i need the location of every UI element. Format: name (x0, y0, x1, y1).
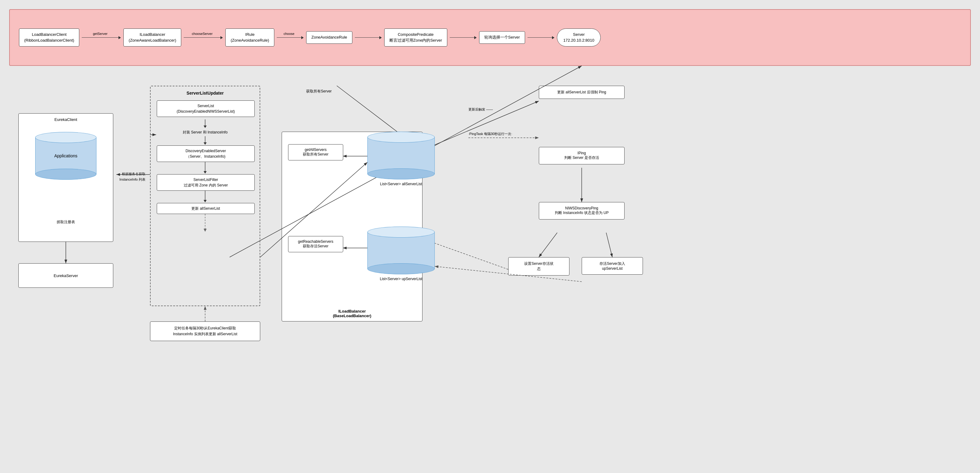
niws-ping-box: NIWSDiscoveryPing判断 InstanceInfo 状态是否为 U… (539, 202, 625, 220)
get-all-servers-label: 获取所有Server (306, 89, 332, 94)
applications-label: Applications (54, 153, 78, 158)
slu-arrow2 (151, 136, 259, 145)
slu-arrow1 (151, 119, 259, 129)
svg-line-22 (539, 233, 557, 257)
fetch-label: 抓取注册表 (57, 220, 75, 225)
up-server-list-label: List<Server> upServerList (368, 277, 435, 281)
all-server-list-cylinder: List<Server> allServerList (368, 132, 435, 186)
connections-svg (0, 0, 980, 473)
server-list-updater-container: ServerListUpdater ServerList(DiscoveryEn… (150, 86, 260, 306)
server-list-box: ServerList(DiscoveryEnabledNIWSServerLis… (157, 100, 255, 117)
update-all-server-list-box: 更新 allServerList (157, 203, 255, 214)
arrow1-label: getServer (93, 32, 107, 35)
server-ellipse: Server172.20.10.2:8010 (557, 29, 601, 46)
irule-box: IRule(ZoneAvoidanceRule) (225, 29, 274, 46)
svg-line-23 (606, 233, 612, 257)
svg-marker-9 (204, 229, 207, 232)
applications-cylinder-group: Applications (35, 132, 96, 180)
force-ping-box: 更新 allServerList 后强制 Ping (539, 86, 625, 99)
slu-arrow5-dashed (151, 214, 259, 233)
iload-balancer-box: ILoadBalancer(ZoneAwareLoadBalancer) (123, 29, 181, 46)
eureka-server-box: EurekaServer (18, 263, 113, 288)
slu-arrow4 (151, 191, 259, 203)
add-up-server-box: 存活Server加入upServerList (582, 257, 643, 275)
top-flow-section: LoadBalancerClient(RibbonLoadBalancerCli… (9, 9, 971, 66)
arrow3-label: choose (283, 32, 294, 35)
load-balancer-client-box: LoadBalancerClient(RibbonLoadBalancerCli… (19, 29, 79, 46)
svg-marker-3 (204, 142, 207, 145)
iping-box: IPing判断 Server 是否存活 (539, 147, 625, 164)
pingtask-label: ·PingTask 每隔30秒运行一次· (468, 132, 512, 136)
svg-line-18 (337, 86, 401, 135)
diagram-container: LoadBalancerClient(RibbonLoadBalancerCli… (0, 0, 980, 473)
discovery-enabled-server-box: DiscoveryEnabledServer（Server、InstanceIn… (157, 145, 255, 162)
get-reachable-servers-box: getReachableServers获取存活Server (288, 236, 343, 252)
svg-marker-7 (204, 200, 207, 202)
eureka-client-box: EurekaClient Applications 抓取注册表 (18, 113, 113, 242)
svg-marker-5 (204, 171, 207, 174)
set-alive-box: 设置Server存活状态 (508, 257, 570, 276)
zone-avoidance-rule-box: ZoneAvoidanceRule (306, 31, 352, 43)
arrow2-label: chooseServer (192, 32, 213, 35)
eureka-client-title: EurekaClient (19, 113, 113, 126)
get-all-servers-box: getAllServers获取所有Server (288, 144, 343, 161)
eureka-server-label: EurekaServer (54, 273, 78, 278)
wrap-note: 封装 Server 和 InstanceInfo (151, 129, 259, 136)
slu-arrow3 (151, 162, 259, 174)
trigger-label: 更新后触发 —— (468, 107, 493, 112)
iloadbalancer-title: ILoadBalancer(BaseLoadBalancer) (282, 309, 422, 318)
up-server-list-cylinder: List<Server> upServerList (368, 226, 435, 281)
all-server-list-label: List<Server> allServerList (368, 182, 435, 186)
svg-line-25 (423, 239, 508, 269)
instance-info-label: 根据服务名获取InstanceInfo 列表 (119, 172, 145, 182)
svg-marker-1 (204, 126, 207, 128)
server-list-filter-box: ServerListFilter过滤可用 Zone 内的 Server (157, 174, 255, 191)
scheduled-task-box: 定时任务每隔30秒从EurekaClient获取InstanceInfo 实例列… (150, 322, 260, 341)
round-robin-box: 轮询选择一个Server (479, 31, 525, 43)
composite-predicate-box: CompositePredicate断言过滤可用Zone内的Server (384, 29, 447, 46)
slu-title: ServerListUpdater (151, 86, 259, 98)
